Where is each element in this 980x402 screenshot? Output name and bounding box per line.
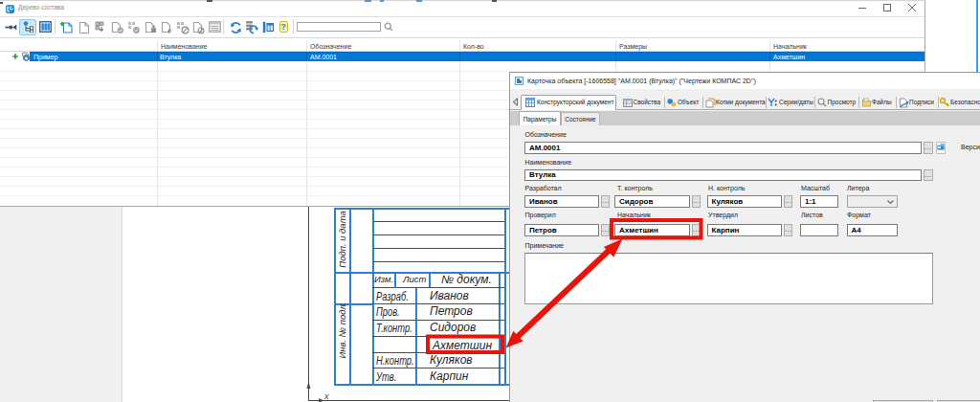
svg-text:x: x xyxy=(323,391,329,401)
